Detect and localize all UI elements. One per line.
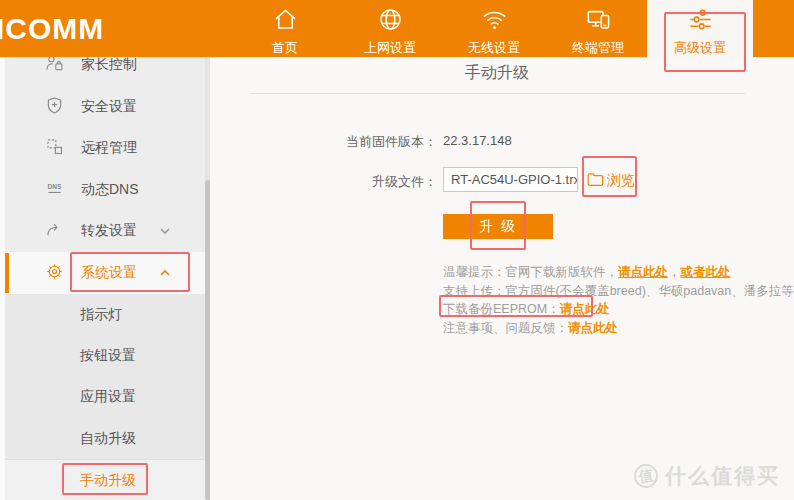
chevron-down-icon bbox=[157, 223, 173, 239]
tip-link-click-here[interactable]: 请点此处 bbox=[618, 265, 668, 279]
nav-tab-terminal-management[interactable]: 终端管理 bbox=[550, 0, 646, 57]
dns-icon: DNS bbox=[44, 178, 81, 202]
nav-label: 首页 bbox=[272, 39, 298, 57]
svg-text:DNS: DNS bbox=[48, 183, 62, 190]
tip-line-download: 温馨提示：官网下载新版软件，请点此处，或者此处 bbox=[443, 263, 794, 282]
browse-button-label: 浏览 bbox=[607, 172, 635, 190]
tip-link-feedback-click-here[interactable]: 请点此处 bbox=[568, 321, 618, 335]
top-header: ICOMM 首页 上网设置 无线设置 终端管理 bbox=[0, 0, 794, 57]
sidebar-item-forwarding-settings[interactable]: 转发设置 bbox=[5, 210, 210, 252]
sidebar-item-parental-control[interactable]: 家长控制 bbox=[5, 57, 210, 86]
nav-label: 高级设置 bbox=[674, 39, 726, 57]
system-settings-submenu: 指示灯 按钮设置 应用设置 自动升级 手动升级 bbox=[5, 294, 210, 500]
tip-line-supported-firmware: 支持上传：官方固件(不会覆盖breed)、华硕padavan、潘多拉等固件 bbox=[443, 282, 794, 301]
sidebar-item-system-settings[interactable]: 系统设置 bbox=[5, 252, 210, 294]
upgrade-file-label: 升级文件： bbox=[227, 173, 437, 191]
sidebar-item-label: 系统设置 bbox=[81, 264, 137, 282]
sidebar-item-label: 转发设置 bbox=[81, 222, 137, 240]
firmware-version-label: 当前固件版本： bbox=[227, 133, 437, 151]
globe-icon bbox=[377, 6, 404, 37]
tip-text: 下载备份EEPROM： bbox=[443, 302, 560, 316]
firmware-version-value: 22.3.17.148 bbox=[443, 133, 512, 148]
sidebar-item-label: 家长控制 bbox=[81, 57, 137, 74]
sidebar-item-label: 远程管理 bbox=[81, 139, 137, 157]
nav-label: 终端管理 bbox=[572, 39, 624, 57]
submenu-item-button-settings[interactable]: 按钮设置 bbox=[5, 335, 210, 376]
sidebar-item-dynamic-dns[interactable]: DNS 动态DNS bbox=[5, 169, 210, 211]
remote-management-icon bbox=[44, 136, 81, 160]
sidebar-item-label: 安全设置 bbox=[81, 98, 137, 116]
wifi-icon bbox=[481, 6, 508, 37]
gear-icon bbox=[44, 261, 81, 285]
brand-logo: ICOMM bbox=[0, 12, 104, 46]
tip-text: 支持上传：官方固件(不会覆盖breed)、华硕padavan、潘多拉等固件 bbox=[443, 284, 794, 298]
chevron-up-icon bbox=[157, 265, 173, 281]
title-divider bbox=[250, 93, 745, 94]
nav-tab-wireless-settings[interactable]: 无线设置 bbox=[446, 0, 542, 57]
browse-button[interactable]: 浏览 bbox=[586, 171, 635, 191]
smzdm-badge-icon: 值 bbox=[632, 462, 659, 489]
tip-text: 温馨提示：官网下载新版软件， bbox=[443, 265, 618, 279]
tip-text: 注意事项、问题反馈： bbox=[443, 321, 568, 335]
nav-tab-advanced-settings[interactable]: 高级设置 bbox=[647, 0, 753, 57]
upgrade-file-input[interactable] bbox=[443, 167, 578, 192]
tips-block: 温馨提示：官网下载新版软件，请点此处，或者此处 支持上传：官方固件(不会覆盖br… bbox=[443, 263, 794, 337]
home-icon bbox=[272, 6, 299, 37]
security-shield-icon bbox=[44, 95, 81, 119]
submenu-item-app-settings[interactable]: 应用设置 bbox=[5, 376, 210, 417]
sidebar-item-security-settings[interactable]: 安全设置 bbox=[5, 86, 210, 128]
main-content: 手动升级 当前固件版本： 22.3.17.148 升级文件： 浏览 升 级 温馨… bbox=[210, 57, 794, 500]
tip-line-eeprom-backup: 下载备份EEPROM：请点此处 bbox=[443, 300, 794, 319]
sliders-icon bbox=[687, 6, 714, 37]
submenu-item-manual-upgrade[interactable]: 手动升级 bbox=[5, 459, 210, 500]
router-admin-page: ICOMM 首页 上网设置 无线设置 终端管理 bbox=[0, 0, 794, 500]
devices-icon bbox=[585, 6, 612, 37]
upgrade-button[interactable]: 升 级 bbox=[443, 214, 553, 239]
sidebar: 家长控制 安全设置 远程管理 DNS 动态DNS 转发设置 bbox=[0, 57, 210, 500]
tip-link-or-here[interactable]: 或者此处 bbox=[681, 265, 731, 279]
nav-label: 无线设置 bbox=[468, 39, 520, 57]
folder-icon bbox=[586, 171, 605, 191]
sidebar-item-label: 动态DNS bbox=[81, 181, 139, 199]
forwarding-icon bbox=[44, 219, 81, 243]
page-title: 手动升级 bbox=[210, 63, 784, 84]
tip-link-eeprom-click-here[interactable]: 请点此处 bbox=[560, 302, 610, 316]
smzdm-watermark: 值 什么值得买 bbox=[634, 462, 780, 490]
nav-tab-home[interactable]: 首页 bbox=[237, 0, 333, 57]
submenu-item-auto-upgrade[interactable]: 自动升级 bbox=[5, 418, 210, 459]
nav-tab-internet-settings[interactable]: 上网设置 bbox=[342, 0, 438, 57]
submenu-item-indicator-light[interactable]: 指示灯 bbox=[5, 294, 210, 335]
nav-label: 上网设置 bbox=[364, 39, 416, 57]
sidebar-item-remote-management[interactable]: 远程管理 bbox=[5, 127, 210, 169]
parental-control-icon bbox=[44, 57, 81, 77]
tip-line-feedback: 注意事项、问题反馈：请点此处 bbox=[443, 319, 794, 338]
tip-text: ， bbox=[668, 265, 681, 279]
smzdm-watermark-text: 什么值得买 bbox=[665, 462, 780, 490]
